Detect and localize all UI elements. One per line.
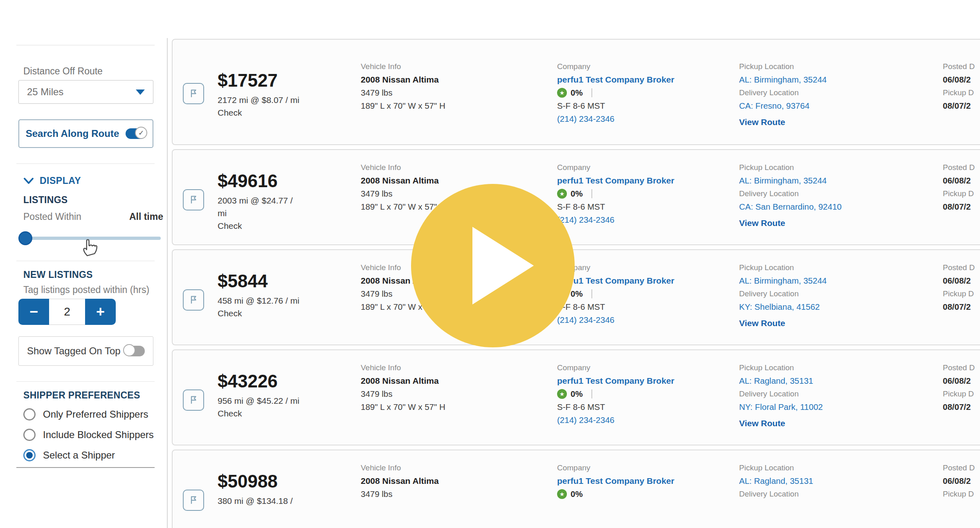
view-route-link[interactable]: View Route (739, 116, 785, 129)
listings-header: LISTINGS (23, 195, 155, 206)
vehicle-dimensions (361, 501, 533, 514)
delivery-location-label: Delivery Location (739, 187, 919, 200)
listing-price: $17527 (218, 71, 320, 90)
pickup-date-label: Pickup D (943, 488, 980, 501)
radio-label: Include Blocked Shippers (43, 429, 154, 441)
vehicle-name: 2008 Nissan Altima (361, 73, 533, 86)
company-label: Company (557, 161, 729, 174)
payment-method (218, 507, 320, 520)
listing-price: $49616 (218, 171, 320, 191)
pickup-location-link[interactable]: AL: Ragland, 35131 (739, 374, 919, 387)
payment-method: Check (218, 307, 320, 320)
vehicle-info-label: Vehicle Info (361, 60, 533, 73)
delivery-location-link[interactable]: NY: Floral Park, 11002 (739, 400, 919, 414)
radio-icon[interactable] (23, 429, 36, 441)
radio-include-blocked-shippers[interactable]: Include Blocked Shippers (23, 428, 155, 442)
separator (591, 189, 592, 198)
delivery-location-label: Delivery Location (739, 86, 919, 99)
listing-price: $43226 (218, 371, 320, 391)
company-label: Company (557, 261, 729, 274)
flag-icon (187, 87, 200, 100)
view-route-link[interactable]: View Route (739, 217, 785, 230)
radio-select-a-shipper[interactable]: Select a Shipper (23, 448, 155, 462)
flag-listing-button[interactable] (183, 289, 204, 311)
increment-button[interactable]: + (85, 299, 116, 325)
listing-card[interactable]: $49616 2003 mi @ $24.77 / mi Check Vehic… (172, 149, 980, 245)
company-rating: 0% (571, 88, 583, 98)
posted-date-value: 06/08/2 (943, 474, 980, 488)
flag-icon (187, 194, 200, 206)
star-rating-icon: ★ (557, 389, 567, 399)
listing-card[interactable]: $5844 458 mi @ $12.76 / mi Check Vehicle… (172, 249, 980, 345)
listing-rate: 2172 mi @ $8.07 / mi (218, 94, 320, 106)
search-along-route-button[interactable]: Search Along Route ✓ (18, 119, 153, 148)
pickup-location-link[interactable]: AL: Ragland, 35131 (739, 474, 919, 488)
delivery-location-link[interactable] (739, 501, 919, 514)
company-link[interactable]: perfu1 Test Company Broker (557, 374, 729, 387)
posted-within-slider[interactable] (18, 231, 161, 245)
pickup-location-link[interactable]: AL: Birmingham, 35244 (739, 174, 919, 187)
pickup-location-link[interactable]: AL: Birmingham, 35244 (739, 274, 919, 287)
play-video-button[interactable] (411, 184, 575, 347)
company-hours: S-F 8-6 MST (557, 300, 729, 313)
star-rating-icon: ★ (557, 88, 567, 98)
pickup-location-link[interactable]: AL: Birmingham, 35244 (739, 73, 919, 86)
delivery-location-label: Delivery Location (739, 387, 919, 400)
delivery-location-link[interactable]: CA: San Bernardino, 92410 (739, 200, 919, 213)
payment-method: Check (218, 407, 320, 420)
pickup-location-label: Pickup Location (739, 161, 919, 174)
company-link[interactable]: perfu1 Test Company Broker (557, 73, 729, 86)
vehicle-weight: 3479 lbs (361, 387, 533, 400)
posted-date-label: Posted D (943, 60, 980, 73)
company-phone-link[interactable]: (214) 234-2346 (557, 112, 729, 125)
listing-card[interactable]: $17527 2172 mi @ $8.07 / mi Check Vehicl… (172, 39, 980, 145)
star-rating-icon: ★ (557, 189, 567, 199)
pickup-date-value: 08/07/2 (943, 200, 980, 213)
delivery-location-label: Delivery Location (739, 488, 919, 501)
company-phone-link[interactable]: (214) 234-2346 (557, 414, 729, 427)
radio-icon[interactable] (23, 408, 36, 421)
view-route-link[interactable]: View Route (739, 417, 785, 430)
radio-checked-icon[interactable] (23, 449, 36, 461)
radio-only-preferred-shippers[interactable]: Only Preferred Shippers (23, 407, 155, 421)
pickup-date-label: Pickup D (943, 187, 980, 200)
chevron-down-icon (23, 177, 34, 185)
company-rating: 0% (571, 389, 583, 399)
shipper-preferences-header: SHIPPER PREFERENCES (23, 390, 155, 401)
company-hours: S-F 8-6 MST (557, 400, 729, 414)
posted-within-label: Posted Within (23, 211, 81, 222)
results-list: $17527 2172 mi @ $8.07 / mi Check Vehicl… (172, 39, 980, 528)
delivery-location-link[interactable]: CA: Fresno, 93764 (739, 99, 919, 112)
company-link[interactable]: perfu1 Test Company Broker (557, 174, 729, 187)
listing-card[interactable]: $50988 380 mi @ $134.18 / Vehicle Info 2… (172, 450, 980, 528)
company-phone-link[interactable]: (214) 234-2346 (557, 313, 729, 327)
flag-icon (187, 494, 200, 506)
filters-sidebar: Distance Off Route 25 Miles Search Along… (16, 45, 155, 468)
slider-thumb[interactable] (18, 231, 32, 245)
show-tagged-on-top-row[interactable]: Show Tagged On Top (18, 336, 153, 366)
delivery-location-link[interactable]: KY: Shelbiana, 41562 (739, 300, 919, 313)
posted-date-value: 06/08/2 (943, 174, 980, 187)
listing-price: $50988 (218, 472, 320, 491)
flag-listing-button[interactable] (183, 389, 204, 411)
flag-listing-button[interactable] (183, 189, 204, 210)
company-phone-link[interactable]: (214) 234-2346 (557, 213, 729, 226)
vehicle-info-label: Vehicle Info (361, 161, 533, 174)
posted-date-label: Posted D (943, 361, 980, 374)
company-link[interactable]: perfu1 Test Company Broker (557, 474, 729, 488)
distance-off-route-select[interactable]: 25 Miles (18, 80, 153, 104)
show-tagged-toggle[interactable] (124, 346, 145, 356)
slider-track[interactable] (18, 237, 161, 240)
flag-listing-button[interactable] (183, 490, 204, 511)
search-along-route-label: Search Along Route (26, 127, 119, 140)
view-route-link[interactable]: View Route (739, 317, 785, 330)
search-along-route-toggle[interactable]: ✓ (126, 128, 146, 139)
company-link[interactable]: perfu1 Test Company Broker (557, 274, 729, 287)
vehicle-weight: 3479 lbs (361, 488, 533, 501)
display-section-toggle[interactable]: DISPLAY (23, 175, 155, 186)
decrement-button[interactable]: − (18, 299, 49, 325)
company-rating: 0% (571, 189, 583, 199)
tag-listings-label: Tag listings posted within (hrs) (23, 284, 153, 295)
flag-listing-button[interactable] (183, 83, 204, 104)
listing-card[interactable]: $43226 956 mi @ $45.22 / mi Check Vehicl… (172, 349, 980, 445)
